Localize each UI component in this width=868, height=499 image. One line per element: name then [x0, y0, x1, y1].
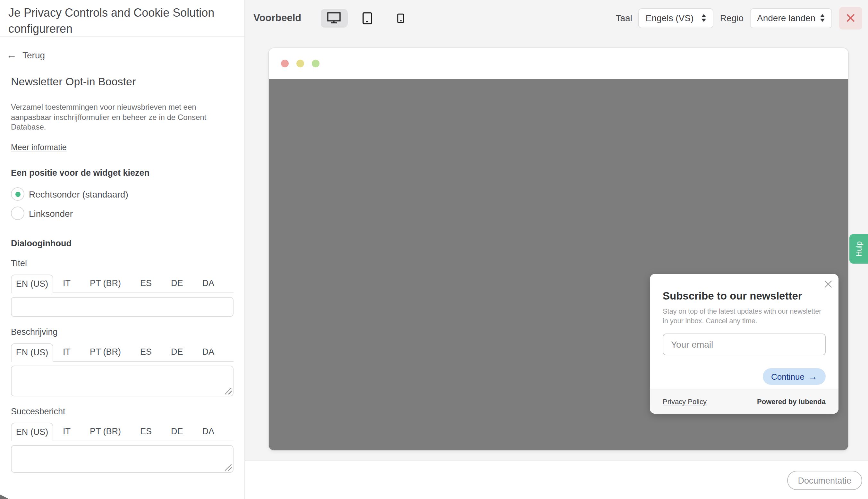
tab-pt-br[interactable]: PT (BR) — [80, 343, 131, 362]
device-mobile-button[interactable] — [387, 9, 414, 27]
powered-by-label: Powered by iubenda — [757, 398, 825, 405]
widget-footer: Privacy Policy Powered by iubenda — [650, 389, 839, 414]
succesbericht-textarea[interactable] — [11, 445, 233, 472]
widget-body: Subscribe to our newsletter Stay on top … — [650, 274, 839, 385]
language-label: Taal — [616, 13, 632, 23]
field-succesbericht: Succesbericht EN (US) IT PT (BR) ES DE D… — [11, 406, 233, 472]
back-label: Terug — [22, 50, 45, 60]
select-arrows-icon — [820, 14, 825, 22]
radio-button-unchecked-icon — [11, 207, 24, 220]
tablet-icon — [362, 12, 372, 24]
tab-it[interactable]: IT — [53, 274, 80, 293]
titel-input[interactable] — [11, 297, 233, 317]
language-tabs-beschrijving: EN (US) IT PT (BR) ES DE DA — [11, 343, 233, 362]
widget-description: Stay on top of the latest updates with o… — [663, 307, 825, 326]
tabs-filler — [224, 422, 233, 441]
tab-da[interactable]: DA — [193, 274, 224, 293]
browser-content: Subscribe to our newsletter Stay on top … — [269, 79, 848, 450]
preview-title: Voorbeeld — [253, 12, 301, 24]
documentation-button[interactable]: Documentatie — [787, 471, 862, 490]
tab-de[interactable]: DE — [161, 422, 193, 441]
feature-description: Verzamel toestemmingen voor nieuwsbrieve… — [11, 102, 233, 132]
field-label-titel: Titel — [11, 258, 233, 268]
radio-option-linksonder[interactable]: Linksonder — [11, 204, 233, 223]
sidebar: Je Privacy Controls and Cookie Solution … — [0, 0, 245, 499]
region-select-value: Andere landen — [757, 13, 816, 23]
widget-title: Subscribe to our newsletter — [663, 274, 825, 302]
tabs-filler — [224, 343, 233, 362]
continue-button[interactable]: Continue → — [763, 368, 825, 385]
position-radio-group: Rechtsonder (standaard) Linksonder — [11, 184, 233, 223]
tab-es[interactable]: ES — [131, 422, 161, 441]
tab-pt-br[interactable]: PT (BR) — [80, 274, 131, 293]
preview-topbar: Voorbeeld — [245, 0, 868, 36]
region-label: Regio — [720, 13, 744, 23]
tab-es[interactable]: ES — [131, 343, 161, 362]
device-switcher — [321, 9, 414, 27]
tab-de[interactable]: DE — [161, 343, 193, 362]
desktop-icon — [327, 12, 341, 24]
language-select-value: Engels (VS) — [646, 13, 694, 23]
language-tabs-succesbericht: EN (US) IT PT (BR) ES DE DA — [11, 422, 233, 441]
more-info-link[interactable]: Meer informatie — [11, 143, 67, 152]
close-icon — [846, 13, 856, 23]
radio-option-rechtsonder[interactable]: Rechtsonder (standaard) — [11, 184, 233, 204]
field-label-beschrijving: Beschrijving — [11, 327, 233, 337]
preview-browser-window: Subscribe to our newsletter Stay on top … — [269, 48, 848, 450]
field-beschrijving: Beschrijving EN (US) IT PT (BR) ES DE DA — [11, 327, 233, 396]
privacy-policy-link[interactable]: Privacy Policy — [663, 398, 707, 405]
radio-label: Linksonder — [29, 208, 73, 218]
radio-label: Rechtsonder (standaard) — [29, 189, 128, 199]
bottom-bar: Documentatie — [245, 461, 868, 499]
tab-it[interactable]: IT — [53, 343, 80, 362]
select-arrows-icon — [701, 14, 707, 22]
tab-da[interactable]: DA — [193, 422, 224, 441]
tab-es[interactable]: ES — [131, 274, 161, 293]
close-preview-button[interactable] — [839, 7, 862, 29]
region-select[interactable]: Andere landen — [750, 8, 832, 28]
widget-button-row: Continue → — [663, 368, 825, 385]
beschrijving-textarea[interactable] — [11, 365, 233, 396]
help-tab[interactable]: Hulp — [849, 234, 868, 264]
traffic-light-green-icon — [312, 60, 320, 68]
tab-en-us[interactable]: EN (US) — [11, 274, 53, 293]
device-tablet-button[interactable] — [354, 9, 381, 27]
continue-label: Continue — [771, 372, 805, 381]
back-link[interactable]: ← Terug — [7, 50, 45, 60]
language-select[interactable]: Engels (VS) — [639, 8, 714, 28]
language-tabs-titel: EN (US) IT PT (BR) ES DE DA — [11, 274, 233, 293]
tab-en-us[interactable]: EN (US) — [11, 422, 53, 441]
browser-titlebar — [269, 48, 848, 79]
tab-en-us[interactable]: EN (US) — [11, 343, 53, 362]
tab-pt-br[interactable]: PT (BR) — [80, 422, 131, 441]
device-desktop-button[interactable] — [321, 9, 347, 27]
traffic-light-red-icon — [281, 60, 289, 68]
topbar-controls: Taal Engels (VS) Regio Andere landen — [616, 7, 862, 29]
position-heading: Een positie voor de widget kiezen — [11, 168, 233, 177]
field-titel: Titel EN (US) IT PT (BR) ES DE DA — [11, 258, 233, 317]
help-tab-label: Hulp — [855, 241, 863, 256]
back-arrow-icon: ← — [7, 51, 17, 60]
tabs-filler — [224, 274, 233, 293]
widget-close-icon[interactable] — [824, 280, 832, 288]
configure-privacy-controls-screen: Je Privacy Controls and Cookie Solution … — [0, 0, 868, 499]
page-title: Je Privacy Controls and Cookie Solution … — [0, 0, 244, 37]
email-input[interactable] — [663, 333, 825, 355]
preview-pane: Voorbeeld — [245, 0, 868, 499]
feature-title: Newsletter Opt-in Booster — [11, 76, 233, 88]
traffic-light-yellow-icon — [297, 60, 304, 68]
radio-button-checked-icon — [11, 187, 24, 201]
tab-it[interactable]: IT — [53, 422, 80, 441]
sidebar-body: ← Terug Newsletter Opt-in Booster Verzam… — [0, 50, 244, 472]
arrow-right-icon: → — [808, 372, 817, 382]
dialog-content-heading: Dialooginhoud — [11, 238, 233, 248]
tab-de[interactable]: DE — [161, 274, 193, 293]
mobile-icon — [397, 13, 404, 23]
field-label-succesbericht: Succesbericht — [11, 406, 233, 416]
newsletter-widget: Subscribe to our newsletter Stay on top … — [650, 274, 839, 414]
tab-da[interactable]: DA — [193, 343, 224, 362]
